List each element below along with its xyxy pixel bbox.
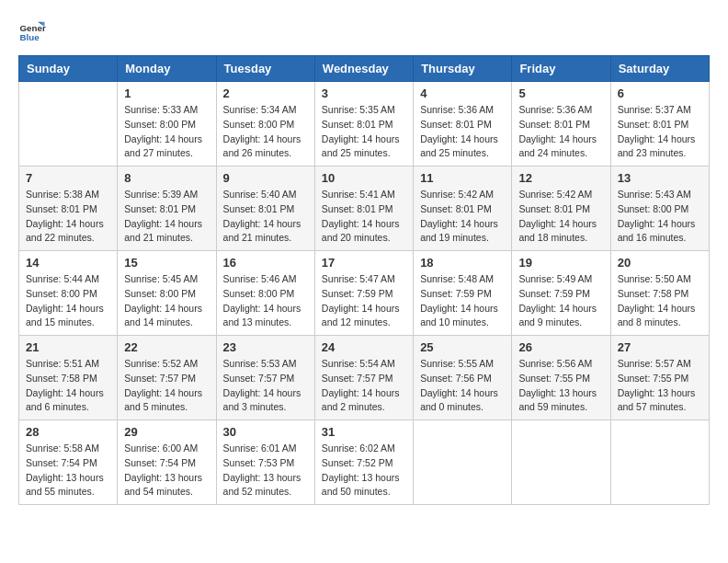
day-header-wednesday: Wednesday xyxy=(314,56,413,82)
calendar-week-2: 7Sunrise: 5:38 AMSunset: 8:01 PMDaylight… xyxy=(19,167,710,251)
day-header-tuesday: Tuesday xyxy=(216,56,314,82)
day-number: 21 xyxy=(26,340,110,354)
day-number: 6 xyxy=(618,86,702,100)
day-info: Sunrise: 5:43 AMSunset: 8:00 PMDaylight:… xyxy=(618,188,702,246)
calendar-cell: 21Sunrise: 5:51 AMSunset: 7:58 PMDayligh… xyxy=(19,336,118,420)
day-info: Sunrise: 5:55 AMSunset: 7:56 PMDaylight:… xyxy=(420,357,505,415)
calendar-cell: 7Sunrise: 5:38 AMSunset: 8:01 PMDaylight… xyxy=(19,167,118,251)
day-info: Sunrise: 5:44 AMSunset: 8:00 PMDaylight:… xyxy=(26,272,110,330)
day-info: Sunrise: 6:00 AMSunset: 7:54 PMDaylight:… xyxy=(124,442,209,500)
calendar-cell: 3Sunrise: 5:35 AMSunset: 8:01 PMDaylight… xyxy=(314,82,413,167)
calendar-cell: 4Sunrise: 5:36 AMSunset: 8:01 PMDaylight… xyxy=(414,82,512,167)
calendar-week-1: 1Sunrise: 5:33 AMSunset: 8:00 PMDaylight… xyxy=(19,82,710,167)
calendar-cell xyxy=(19,82,118,167)
day-number: 4 xyxy=(420,86,505,100)
day-info: Sunrise: 5:36 AMSunset: 8:01 PMDaylight:… xyxy=(420,103,505,161)
day-info: Sunrise: 5:37 AMSunset: 8:01 PMDaylight:… xyxy=(618,103,702,161)
day-info: Sunrise: 5:40 AMSunset: 8:01 PMDaylight:… xyxy=(223,188,308,246)
day-info: Sunrise: 5:45 AMSunset: 8:00 PMDaylight:… xyxy=(124,272,209,330)
calendar-cell: 26Sunrise: 5:56 AMSunset: 7:55 PMDayligh… xyxy=(512,336,610,420)
calendar-cell: 27Sunrise: 5:57 AMSunset: 7:55 PMDayligh… xyxy=(610,336,709,420)
day-info: Sunrise: 5:34 AMSunset: 8:00 PMDaylight:… xyxy=(223,103,308,161)
calendar-week-5: 28Sunrise: 5:58 AMSunset: 7:54 PMDayligh… xyxy=(19,420,710,505)
day-number: 2 xyxy=(223,86,308,100)
logo-icon: General Blue xyxy=(18,18,46,46)
day-number: 16 xyxy=(223,256,308,270)
calendar-cell: 6Sunrise: 5:37 AMSunset: 8:01 PMDaylight… xyxy=(610,82,709,167)
calendar: SundayMondayTuesdayWednesdayThursdayFrid… xyxy=(18,55,710,505)
logo: General Blue xyxy=(18,18,46,46)
day-number: 12 xyxy=(518,171,603,185)
day-number: 13 xyxy=(618,171,702,185)
header: General Blue xyxy=(18,18,710,46)
calendar-cell: 2Sunrise: 5:34 AMSunset: 8:00 PMDaylight… xyxy=(216,82,314,167)
day-number: 1 xyxy=(124,86,209,100)
calendar-cell: 23Sunrise: 5:53 AMSunset: 7:57 PMDayligh… xyxy=(216,336,314,420)
calendar-cell xyxy=(414,420,512,505)
day-info: Sunrise: 5:33 AMSunset: 8:00 PMDaylight:… xyxy=(124,103,209,161)
day-number: 24 xyxy=(322,340,406,354)
day-number: 17 xyxy=(322,256,406,270)
day-header-saturday: Saturday xyxy=(610,56,709,82)
calendar-cell: 30Sunrise: 6:01 AMSunset: 7:53 PMDayligh… xyxy=(216,420,314,505)
calendar-cell: 12Sunrise: 5:42 AMSunset: 8:01 PMDayligh… xyxy=(512,167,610,251)
calendar-week-4: 21Sunrise: 5:51 AMSunset: 7:58 PMDayligh… xyxy=(19,336,710,420)
day-info: Sunrise: 5:54 AMSunset: 7:57 PMDaylight:… xyxy=(322,357,406,415)
day-number: 26 xyxy=(518,340,603,354)
calendar-cell: 17Sunrise: 5:47 AMSunset: 7:59 PMDayligh… xyxy=(314,251,413,336)
day-number: 14 xyxy=(26,256,110,270)
day-info: Sunrise: 5:56 AMSunset: 7:55 PMDaylight:… xyxy=(518,357,603,415)
day-number: 30 xyxy=(223,425,308,439)
calendar-cell xyxy=(610,420,709,505)
calendar-cell: 31Sunrise: 6:02 AMSunset: 7:52 PMDayligh… xyxy=(314,420,413,505)
day-info: Sunrise: 5:49 AMSunset: 7:59 PMDaylight:… xyxy=(518,272,603,330)
calendar-cell: 1Sunrise: 5:33 AMSunset: 8:00 PMDaylight… xyxy=(118,82,216,167)
day-info: Sunrise: 5:39 AMSunset: 8:01 PMDaylight:… xyxy=(124,188,209,246)
calendar-week-3: 14Sunrise: 5:44 AMSunset: 8:00 PMDayligh… xyxy=(19,251,710,336)
calendar-cell: 24Sunrise: 5:54 AMSunset: 7:57 PMDayligh… xyxy=(314,336,413,420)
svg-text:Blue: Blue xyxy=(20,32,40,42)
day-info: Sunrise: 5:35 AMSunset: 8:01 PMDaylight:… xyxy=(322,103,406,161)
day-info: Sunrise: 5:46 AMSunset: 8:00 PMDaylight:… xyxy=(223,272,308,330)
day-info: Sunrise: 6:02 AMSunset: 7:52 PMDaylight:… xyxy=(322,442,406,500)
day-number: 19 xyxy=(518,256,603,270)
calendar-cell: 29Sunrise: 6:00 AMSunset: 7:54 PMDayligh… xyxy=(118,420,216,505)
day-number: 11 xyxy=(420,171,505,185)
calendar-cell: 9Sunrise: 5:40 AMSunset: 8:01 PMDaylight… xyxy=(216,167,314,251)
day-number: 20 xyxy=(618,256,702,270)
day-info: Sunrise: 5:50 AMSunset: 7:58 PMDaylight:… xyxy=(618,272,702,330)
day-header-thursday: Thursday xyxy=(414,56,512,82)
day-info: Sunrise: 5:48 AMSunset: 7:59 PMDaylight:… xyxy=(420,272,505,330)
day-info: Sunrise: 5:42 AMSunset: 8:01 PMDaylight:… xyxy=(420,188,505,246)
calendar-cell: 25Sunrise: 5:55 AMSunset: 7:56 PMDayligh… xyxy=(414,336,512,420)
day-number: 8 xyxy=(124,171,209,185)
day-number: 18 xyxy=(420,256,505,270)
calendar-cell: 11Sunrise: 5:42 AMSunset: 8:01 PMDayligh… xyxy=(414,167,512,251)
day-info: Sunrise: 5:36 AMSunset: 8:01 PMDaylight:… xyxy=(518,103,603,161)
day-number: 28 xyxy=(26,425,110,439)
day-number: 29 xyxy=(124,425,209,439)
day-info: Sunrise: 5:38 AMSunset: 8:01 PMDaylight:… xyxy=(26,188,110,246)
day-number: 23 xyxy=(223,340,308,354)
calendar-cell: 18Sunrise: 5:48 AMSunset: 7:59 PMDayligh… xyxy=(414,251,512,336)
day-number: 7 xyxy=(26,171,110,185)
day-number: 3 xyxy=(322,86,406,100)
calendar-cell: 28Sunrise: 5:58 AMSunset: 7:54 PMDayligh… xyxy=(19,420,118,505)
day-header-friday: Friday xyxy=(512,56,610,82)
day-header-sunday: Sunday xyxy=(19,56,118,82)
day-info: Sunrise: 5:51 AMSunset: 7:58 PMDaylight:… xyxy=(26,357,110,415)
calendar-cell: 10Sunrise: 5:41 AMSunset: 8:01 PMDayligh… xyxy=(314,167,413,251)
day-info: Sunrise: 6:01 AMSunset: 7:53 PMDaylight:… xyxy=(223,442,308,500)
day-number: 5 xyxy=(518,86,603,100)
day-info: Sunrise: 5:42 AMSunset: 8:01 PMDaylight:… xyxy=(518,188,603,246)
calendar-cell: 15Sunrise: 5:45 AMSunset: 8:00 PMDayligh… xyxy=(118,251,216,336)
day-info: Sunrise: 5:58 AMSunset: 7:54 PMDaylight:… xyxy=(26,442,110,500)
calendar-cell: 5Sunrise: 5:36 AMSunset: 8:01 PMDaylight… xyxy=(512,82,610,167)
day-number: 15 xyxy=(124,256,209,270)
day-number: 25 xyxy=(420,340,505,354)
day-number: 27 xyxy=(618,340,702,354)
calendar-cell: 14Sunrise: 5:44 AMSunset: 8:00 PMDayligh… xyxy=(19,251,118,336)
calendar-cell xyxy=(512,420,610,505)
day-info: Sunrise: 5:53 AMSunset: 7:57 PMDaylight:… xyxy=(223,357,308,415)
day-header-monday: Monday xyxy=(118,56,216,82)
